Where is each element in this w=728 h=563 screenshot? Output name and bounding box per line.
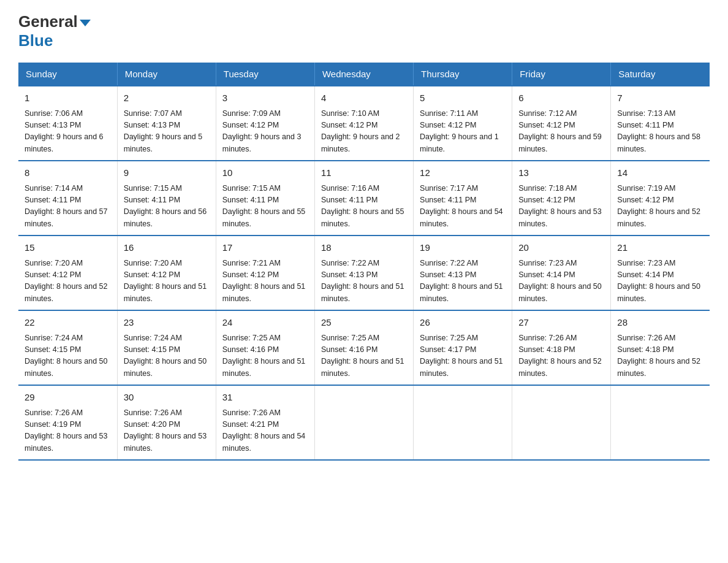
day-number: 21	[617, 241, 703, 255]
day-number: 31	[222, 391, 308, 405]
calendar-week-row: 22Sunrise: 7:24 AMSunset: 4:15 PMDayligh…	[18, 310, 710, 385]
calendar-cell	[314, 385, 413, 460]
calendar-cell	[512, 385, 611, 460]
day-number: 27	[518, 316, 604, 330]
calendar-cell	[611, 385, 710, 460]
calendar-header-row: SundayMondayTuesdayWednesdayThursdayFrid…	[18, 63, 710, 86]
calendar-cell: 2Sunrise: 7:07 AMSunset: 4:13 PMDaylight…	[117, 86, 216, 161]
calendar-cell: 25Sunrise: 7:25 AMSunset: 4:16 PMDayligh…	[314, 310, 413, 385]
logo-arrow-icon	[80, 20, 91, 26]
day-number: 5	[420, 91, 506, 105]
calendar-cell: 3Sunrise: 7:09 AMSunset: 4:12 PMDaylight…	[216, 86, 314, 161]
day-header-saturday: Saturday	[611, 63, 710, 86]
calendar-cell: 26Sunrise: 7:25 AMSunset: 4:17 PMDayligh…	[414, 310, 512, 385]
day-number: 3	[222, 91, 308, 105]
calendar-cell: 22Sunrise: 7:24 AMSunset: 4:15 PMDayligh…	[18, 310, 117, 385]
day-number: 17	[222, 241, 308, 255]
day-number: 30	[124, 391, 210, 405]
calendar-cell: 27Sunrise: 7:26 AMSunset: 4:18 PMDayligh…	[512, 310, 611, 385]
day-number: 22	[25, 316, 111, 330]
day-header-monday: Monday	[117, 63, 216, 86]
day-number: 6	[518, 91, 604, 105]
calendar-cell: 7Sunrise: 7:13 AMSunset: 4:11 PMDaylight…	[611, 86, 710, 161]
day-info: Sunrise: 7:26 AMSunset: 4:21 PMDaylight:…	[222, 407, 308, 455]
day-info: Sunrise: 7:24 AMSunset: 4:15 PMDaylight:…	[25, 332, 111, 380]
calendar-cell: 14Sunrise: 7:19 AMSunset: 4:12 PMDayligh…	[611, 161, 710, 236]
calendar-cell: 16Sunrise: 7:20 AMSunset: 4:12 PMDayligh…	[117, 236, 216, 310]
calendar-cell: 6Sunrise: 7:12 AMSunset: 4:12 PMDaylight…	[512, 86, 611, 161]
calendar-cell: 23Sunrise: 7:24 AMSunset: 4:15 PMDayligh…	[117, 310, 216, 385]
day-number: 11	[321, 166, 407, 180]
day-number: 16	[124, 241, 210, 255]
day-number: 14	[617, 166, 703, 180]
day-number: 10	[222, 166, 308, 180]
calendar-cell: 20Sunrise: 7:23 AMSunset: 4:14 PMDayligh…	[512, 236, 611, 310]
calendar-week-row: 15Sunrise: 7:20 AMSunset: 4:12 PMDayligh…	[18, 236, 710, 310]
day-info: Sunrise: 7:17 AMSunset: 4:11 PMDaylight:…	[420, 183, 506, 231]
logo: General Blue	[18, 12, 91, 50]
day-number: 12	[420, 166, 506, 180]
day-info: Sunrise: 7:15 AMSunset: 4:11 PMDaylight:…	[124, 183, 210, 231]
day-info: Sunrise: 7:20 AMSunset: 4:12 PMDaylight:…	[25, 258, 111, 305]
calendar-cell: 15Sunrise: 7:20 AMSunset: 4:12 PMDayligh…	[18, 236, 117, 310]
day-number: 2	[124, 91, 210, 105]
day-info: Sunrise: 7:18 AMSunset: 4:12 PMDaylight:…	[518, 183, 604, 231]
day-info: Sunrise: 7:06 AMSunset: 4:13 PMDaylight:…	[25, 108, 111, 156]
day-info: Sunrise: 7:22 AMSunset: 4:13 PMDaylight:…	[420, 258, 506, 305]
day-number: 13	[518, 166, 604, 180]
day-info: Sunrise: 7:21 AMSunset: 4:12 PMDaylight:…	[222, 258, 308, 305]
day-number: 19	[420, 241, 506, 255]
day-number: 25	[321, 316, 407, 330]
calendar-cell: 30Sunrise: 7:26 AMSunset: 4:20 PMDayligh…	[117, 385, 216, 460]
calendar-cell: 29Sunrise: 7:26 AMSunset: 4:19 PMDayligh…	[18, 385, 117, 460]
day-number: 24	[222, 316, 308, 330]
day-info: Sunrise: 7:22 AMSunset: 4:13 PMDaylight:…	[321, 258, 407, 305]
calendar-cell: 24Sunrise: 7:25 AMSunset: 4:16 PMDayligh…	[216, 310, 314, 385]
day-info: Sunrise: 7:26 AMSunset: 4:18 PMDaylight:…	[617, 332, 703, 380]
calendar-cell: 12Sunrise: 7:17 AMSunset: 4:11 PMDayligh…	[414, 161, 512, 236]
calendar-cell: 31Sunrise: 7:26 AMSunset: 4:21 PMDayligh…	[216, 385, 314, 460]
day-number: 20	[518, 241, 604, 255]
day-info: Sunrise: 7:23 AMSunset: 4:14 PMDaylight:…	[617, 258, 703, 305]
day-number: 7	[617, 91, 703, 105]
day-info: Sunrise: 7:24 AMSunset: 4:15 PMDaylight:…	[124, 332, 210, 380]
calendar-table: SundayMondayTuesdayWednesdayThursdayFrid…	[18, 63, 710, 461]
day-number: 1	[25, 91, 111, 105]
calendar-cell: 28Sunrise: 7:26 AMSunset: 4:18 PMDayligh…	[611, 310, 710, 385]
day-info: Sunrise: 7:19 AMSunset: 4:12 PMDaylight:…	[617, 183, 703, 231]
day-info: Sunrise: 7:25 AMSunset: 4:16 PMDaylight:…	[321, 332, 407, 380]
logo-text-blue: Blue	[18, 31, 53, 50]
calendar-cell: 17Sunrise: 7:21 AMSunset: 4:12 PMDayligh…	[216, 236, 314, 310]
day-info: Sunrise: 7:16 AMSunset: 4:11 PMDaylight:…	[321, 183, 407, 231]
day-info: Sunrise: 7:09 AMSunset: 4:12 PMDaylight:…	[222, 108, 308, 156]
calendar-cell: 4Sunrise: 7:10 AMSunset: 4:12 PMDaylight…	[314, 86, 413, 161]
day-info: Sunrise: 7:20 AMSunset: 4:12 PMDaylight:…	[124, 258, 210, 305]
calendar-week-row: 1Sunrise: 7:06 AMSunset: 4:13 PMDaylight…	[18, 86, 710, 161]
calendar-cell: 10Sunrise: 7:15 AMSunset: 4:11 PMDayligh…	[216, 161, 314, 236]
day-info: Sunrise: 7:11 AMSunset: 4:12 PMDaylight:…	[420, 108, 506, 156]
day-number: 9	[124, 166, 210, 180]
day-number: 29	[25, 391, 111, 405]
calendar-cell: 21Sunrise: 7:23 AMSunset: 4:14 PMDayligh…	[611, 236, 710, 310]
day-number: 8	[25, 166, 111, 180]
day-info: Sunrise: 7:23 AMSunset: 4:14 PMDaylight:…	[518, 258, 604, 305]
header: General Blue	[18, 12, 710, 50]
day-info: Sunrise: 7:13 AMSunset: 4:11 PMDaylight:…	[617, 108, 703, 156]
calendar-cell	[414, 385, 512, 460]
calendar-week-row: 29Sunrise: 7:26 AMSunset: 4:19 PMDayligh…	[18, 385, 710, 460]
day-info: Sunrise: 7:07 AMSunset: 4:13 PMDaylight:…	[124, 108, 210, 156]
day-header-thursday: Thursday	[414, 63, 512, 86]
calendar-cell: 9Sunrise: 7:15 AMSunset: 4:11 PMDaylight…	[117, 161, 216, 236]
calendar-cell: 13Sunrise: 7:18 AMSunset: 4:12 PMDayligh…	[512, 161, 611, 236]
day-header-wednesday: Wednesday	[314, 63, 413, 86]
day-info: Sunrise: 7:12 AMSunset: 4:12 PMDaylight:…	[518, 108, 604, 156]
calendar-cell: 1Sunrise: 7:06 AMSunset: 4:13 PMDaylight…	[18, 86, 117, 161]
day-info: Sunrise: 7:26 AMSunset: 4:20 PMDaylight:…	[124, 407, 210, 455]
calendar-cell: 11Sunrise: 7:16 AMSunset: 4:11 PMDayligh…	[314, 161, 413, 236]
day-header-tuesday: Tuesday	[216, 63, 314, 86]
calendar-cell: 18Sunrise: 7:22 AMSunset: 4:13 PMDayligh…	[314, 236, 413, 310]
calendar-cell: 19Sunrise: 7:22 AMSunset: 4:13 PMDayligh…	[414, 236, 512, 310]
day-number: 26	[420, 316, 506, 330]
day-info: Sunrise: 7:25 AMSunset: 4:17 PMDaylight:…	[420, 332, 506, 380]
day-info: Sunrise: 7:10 AMSunset: 4:12 PMDaylight:…	[321, 108, 407, 156]
